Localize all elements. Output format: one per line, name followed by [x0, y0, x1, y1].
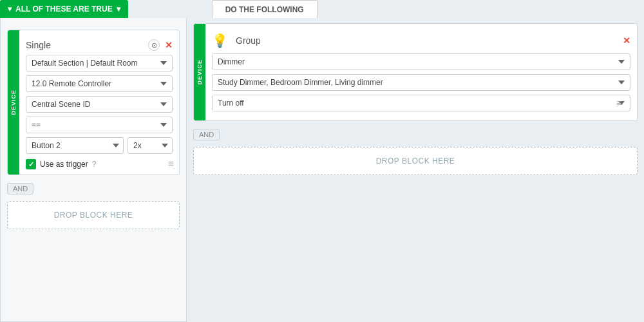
chevron-down-icon-2: ▾	[117, 5, 120, 14]
room-row: Default Section | Default Room	[26, 55, 173, 71]
scene-id-row: Central Scene ID	[26, 96, 173, 113]
scene-id-select[interactable]: Central Scene ID	[26, 96, 173, 113]
right-close-button[interactable]: ✕	[623, 36, 630, 45]
chevron-down-icon: ▾	[8, 5, 12, 14]
right-panel: DEVICE 💡 Group ✕ Dimmer	[187, 18, 644, 322]
group-card: DEVICE 💡 Group ✕ Dimmer	[193, 23, 638, 121]
card-title: Single	[26, 40, 51, 50]
room-select[interactable]: Default Section | Default Room	[26, 55, 173, 71]
copy-icon: ⊙	[151, 41, 157, 50]
right-drop-block[interactable]: DROP BLOCK HERE	[193, 147, 638, 175]
right-card-title: Group	[236, 35, 261, 46]
times-select[interactable]: 2x	[128, 137, 173, 154]
device-type-select[interactable]: Dimmer	[212, 53, 630, 70]
device-type-row: Dimmer	[212, 53, 630, 70]
right-device-stripe: DEVICE	[194, 24, 205, 120]
action-tab-label: DO THE FOLLOWING	[225, 5, 304, 14]
button-select[interactable]: Button 2	[26, 137, 124, 154]
card-body: Single ⊙ ✕ Default Section | Default Roo…	[19, 30, 179, 175]
controller-row: 12.0 Remote Controller	[26, 75, 173, 92]
device-stripe: DEVICE	[8, 30, 19, 175]
operator-row: ==	[26, 117, 173, 133]
trigger-row: Use as trigger ?	[26, 159, 173, 169]
main-content: DEVICE Single ⊙ ✕	[0, 18, 644, 322]
card-controls: ⊙ ✕	[148, 39, 173, 51]
right-and-label: AND	[193, 129, 220, 140]
close-button[interactable]: ✕	[165, 41, 173, 50]
operator-select[interactable]: ==	[26, 117, 173, 133]
header-bar: ▾ ALL OF THESE ARE TRUE ▾ DO THE FOLLOWI…	[0, 0, 644, 18]
and-label: AND	[7, 183, 33, 194]
trigger-label: Use as trigger	[40, 160, 88, 169]
right-card-header: 💡 Group ✕	[212, 29, 630, 53]
condition-tab-label: ALL OF THESE ARE TRUE	[15, 5, 113, 14]
bulb-icon: 💡	[212, 33, 228, 48]
button-row: Button 2 2x	[26, 137, 173, 154]
single-card: DEVICE Single ⊙ ✕	[7, 30, 180, 175]
and-label-container: AND	[7, 180, 180, 197]
devices-row: Study Dimmer, Bedroom Dimmer, Living dim…	[212, 74, 630, 91]
action-row: Turn off ≡	[212, 95, 630, 111]
stripe-label: DEVICE	[10, 90, 17, 115]
left-panel: DEVICE Single ⊙ ✕	[0, 18, 187, 322]
right-card-body: 💡 Group ✕ Dimmer Study Dimmer, Bedroom D…	[205, 24, 637, 120]
action-select[interactable]: Turn off	[212, 95, 630, 111]
devices-select[interactable]: Study Dimmer, Bedroom Dimmer, Living dim…	[212, 74, 630, 91]
right-and-label-container: AND	[193, 126, 638, 143]
controller-select[interactable]: 12.0 Remote Controller	[26, 75, 173, 92]
action-tab[interactable]: DO THE FOLLOWING	[212, 0, 317, 18]
menu-dots[interactable]: ≡	[168, 159, 174, 169]
drop-block[interactable]: DROP BLOCK HERE	[7, 201, 180, 229]
help-icon[interactable]: ?	[92, 160, 97, 169]
condition-tab[interactable]: ▾ ALL OF THESE ARE TRUE ▾	[0, 0, 128, 18]
trigger-checkbox[interactable]	[26, 159, 36, 169]
card-header: Single ⊙ ✕	[26, 35, 173, 55]
copy-button[interactable]: ⊙	[148, 39, 160, 51]
right-stripe-label: DEVICE	[196, 59, 203, 85]
